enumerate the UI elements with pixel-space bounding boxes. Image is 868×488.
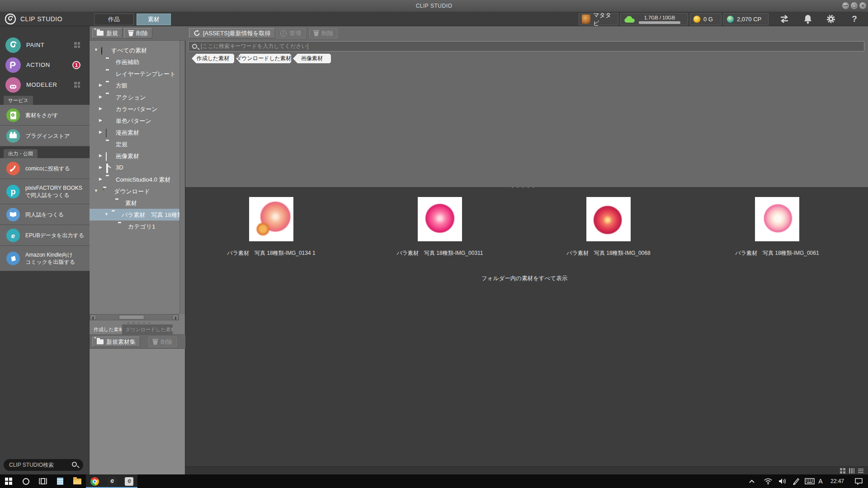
tab-created-collections[interactable]: 作成した素材集 (90, 324, 122, 334)
expand-icon[interactable]: ▶ (99, 106, 102, 111)
new-folder-button[interactable]: 新規 (92, 28, 123, 38)
tree-item-image-material[interactable]: ▶ 画像素材 (90, 150, 180, 162)
tree-item-action[interactable]: ▶ アクション (90, 91, 180, 103)
search-icon[interactable] (72, 462, 77, 467)
tree-item-color-pattern[interactable]: ▶ カラーパターン (90, 103, 180, 115)
small-grid-view-icon[interactable] (849, 468, 854, 474)
close-button[interactable]: ✕ (859, 2, 867, 9)
new-collection-button[interactable]: 新規素材集 (92, 337, 140, 347)
tree-vertical-scrollbar[interactable] (179, 41, 185, 314)
expand-icon[interactable]: ▶ (99, 153, 102, 158)
task-view-icon[interactable] (34, 474, 52, 488)
material-thumbnail[interactable] (418, 197, 462, 241)
tree-item-ruler[interactable]: 定規 (90, 138, 180, 150)
expand-icon[interactable]: ▶ (99, 118, 102, 122)
sidebar-item-doujinshi[interactable]: 同人誌をつくる (0, 204, 90, 225)
show-all-materials-link[interactable]: フォルダー内の素材をすべて表示 (481, 275, 567, 282)
tab-materials[interactable]: 素材 (137, 14, 171, 25)
show-hidden-icons-caret[interactable] (743, 474, 760, 488)
material-thumbnail[interactable] (249, 197, 293, 241)
tree-item-label: ダウンロード (114, 188, 150, 196)
tree-item-3d[interactable]: ▶ 3D (90, 162, 180, 174)
large-grid-view-icon[interactable] (840, 468, 845, 474)
tab-works[interactable]: 作品 (94, 14, 134, 25)
sidebar-item-plugin-store[interactable]: プラグインストア (0, 126, 90, 146)
sidebar-item-label: pixivFACTORY BOOKS (25, 185, 82, 192)
app-grid-icon[interactable] (74, 42, 80, 48)
notifications-bell-icon[interactable] (802, 14, 813, 25)
assets-refresh-button[interactable]: [ASSETS]最新情報を取得 (189, 28, 275, 38)
area-splitter-handle[interactable]: • • • • • (512, 185, 536, 190)
cp-chip[interactable]: 2,070 CP (723, 13, 769, 25)
minimize-button[interactable]: — (842, 2, 849, 9)
start-button[interactable] (0, 474, 17, 488)
tree-item-all-materials[interactable]: ▼ すべての素材 (90, 44, 180, 56)
collapse-icon[interactable]: ▼ (94, 188, 98, 193)
sidebar-item-action[interactable]: ACTION 1 (0, 55, 90, 75)
tree-item-layer-template[interactable]: レイヤーテンプレート (90, 68, 180, 80)
sidebar-item-paint[interactable]: PAINT (0, 35, 90, 55)
action-center-icon[interactable] (849, 474, 868, 488)
clip-studio-app-icon[interactable] (120, 474, 137, 488)
refresh-icon (193, 30, 200, 37)
expand-icon[interactable]: ▶ (99, 177, 102, 181)
material-thumbnail[interactable] (586, 197, 631, 241)
tree-item-drawing-aid[interactable]: 作画補助 (90, 56, 180, 68)
settings-gear-icon[interactable] (826, 14, 836, 25)
expand-icon[interactable]: ▶ (99, 83, 102, 87)
sidebar-item-search-materials[interactable]: 素材をさがす (0, 105, 90, 126)
tree-item-rose-materials-selected[interactable]: ▼ バラ素材 写真 18種類-1( (90, 209, 180, 221)
sidebar-item-epub[interactable]: e EPUBデータを出力する (0, 225, 90, 246)
filter-image-materials[interactable]: 画像素材 (293, 54, 331, 63)
sidebar-item-pixiv-factory[interactable]: p pixivFACTORY BOOKS で同人誌をつくる (0, 179, 90, 204)
app-grid-icon[interactable] (74, 82, 80, 88)
delete-folder-button[interactable]: 削除 (124, 28, 152, 38)
tree-item-comicstudio[interactable]: ▶ ComicStudio4.0 素材 (90, 174, 180, 185)
tree-item-mono-pattern[interactable]: ▶ 単色パターン (90, 115, 180, 127)
user-account-chip[interactable]: マタタビ (579, 13, 618, 25)
scroll-left-arrow[interactable] (90, 314, 96, 320)
cloud-storage-chip[interactable]: 1.7GB / 10GB (620, 13, 688, 25)
ime-mode-indicator[interactable]: A (814, 474, 827, 488)
material-search-input[interactable]: [ここに検索キーワードを入力してください] (188, 41, 864, 52)
collection-toolbar: 新規素材集 削除 (90, 334, 185, 349)
tree-item-material[interactable]: 素材 (90, 197, 180, 209)
collapse-icon[interactable]: ▼ (104, 212, 108, 216)
notepad-app-icon[interactable] (52, 474, 69, 488)
tab-downloaded-collections[interactable]: ダウンロードした素材集 (122, 324, 173, 334)
user-name: マタタビ (593, 11, 615, 28)
sidebar-item-kindle[interactable]: Amazon Kindle向け コミックを出版する (0, 246, 90, 271)
sidebar-item-comico[interactable]: comicoに投稿する (0, 158, 90, 179)
transfer-icon[interactable] (779, 14, 790, 25)
tree-item-grid[interactable]: ▶ 方眼 (90, 80, 180, 91)
filter-downloaded-materials[interactable]: ダウンロードした素材 (236, 54, 291, 63)
expand-icon[interactable]: ▶ (99, 165, 102, 169)
tree-item-download[interactable]: ▼ ダウンロード (90, 185, 180, 197)
collection-list-empty[interactable] (90, 349, 185, 474)
view-menu-icon[interactable] (858, 468, 863, 474)
tree-horizontal-scrollbar[interactable] (90, 314, 179, 320)
scroll-right-arrow[interactable] (172, 314, 179, 320)
file-explorer-icon[interactable] (69, 474, 86, 488)
material-thumbnail[interactable] (755, 197, 799, 241)
help-icon[interactable]: ? (849, 14, 860, 25)
maximize-button[interactable]: ▢ (850, 2, 858, 9)
tree-item-label: 方眼 (116, 82, 127, 90)
cortana-search-icon[interactable] (17, 474, 34, 488)
scroll-thumb[interactable] (119, 315, 144, 319)
delete-collection-button[interactable]: 削除 (148, 337, 177, 347)
tree-item-manga-material[interactable]: ▶ 漫画素材 (90, 127, 180, 138)
collapse-icon[interactable]: ▼ (94, 47, 98, 52)
expand-icon[interactable]: ▶ (99, 94, 102, 99)
manage-button[interactable]: i 管理 (276, 28, 306, 38)
filter-created-materials[interactable]: 作成した素材 (192, 54, 234, 63)
clip-studio-search-input[interactable]: CLIP STUDIO検索 (4, 459, 83, 471)
expand-icon[interactable]: ▶ (99, 130, 102, 134)
sidebar-item-modeler[interactable]: MODELER (0, 75, 90, 95)
clip-studio-paint-app-icon[interactable] (103, 474, 120, 488)
clock[interactable]: 22:47 (827, 474, 847, 488)
chrome-app-icon[interactable] (86, 474, 103, 488)
gold-chip[interactable]: 0 G (690, 13, 722, 25)
tree-item-category1[interactable]: カテゴリ1 (90, 221, 180, 232)
delete-material-button[interactable]: 削除 (309, 28, 338, 38)
